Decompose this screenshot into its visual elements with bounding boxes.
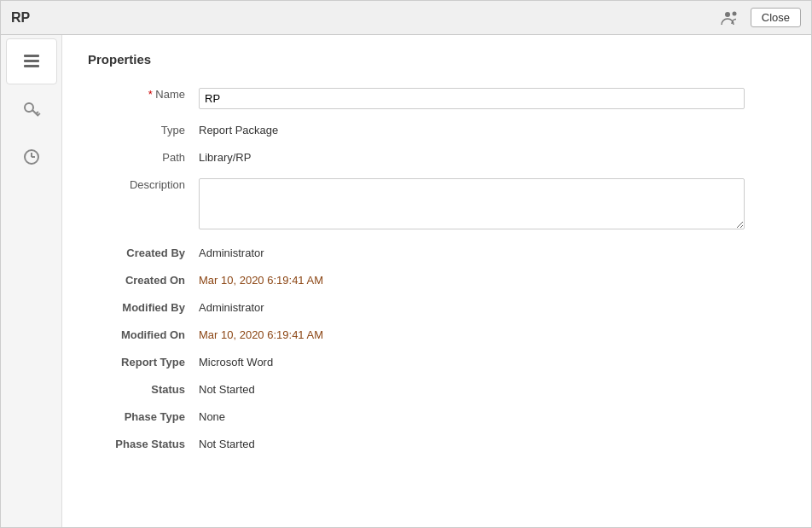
status-row: Status Not Started (88, 379, 786, 396)
phase-type-row: Phase Type None (88, 406, 786, 423)
path-row: Path Library/RP (88, 147, 786, 164)
path-value: Library/RP (199, 147, 786, 164)
app-header: RP Close (1, 1, 811, 35)
name-field-container (199, 84, 786, 109)
svg-line-8 (38, 113, 40, 115)
created-by-row: Created By Administrator (88, 242, 786, 259)
path-label: Path (88, 147, 199, 164)
created-on-row: Created On Mar 10, 2020 6:19:41 AM (88, 270, 786, 287)
svg-rect-4 (24, 65, 39, 67)
description-field-container (199, 174, 786, 232)
created-on-label: Created On (88, 270, 199, 287)
close-button[interactable]: Close (751, 8, 801, 27)
main-layout: Properties Name Type Report Package Path… (1, 35, 811, 527)
name-row: Name (88, 84, 786, 109)
modified-by-label: Modified By (88, 297, 199, 314)
modified-by-value: Administrator (199, 297, 786, 314)
report-type-row: Report Type Microsoft Word (88, 351, 786, 368)
description-row: Description (88, 174, 786, 232)
page-title: Properties (88, 52, 786, 67)
name-label: Name (88, 84, 199, 101)
modified-on-value: Mar 10, 2020 6:19:41 AM (199, 324, 786, 341)
sidebar-item-properties[interactable] (6, 38, 57, 84)
phase-type-value: None (199, 406, 786, 423)
modified-on-label: Modified On (88, 324, 199, 341)
modified-by-row: Modified By Administrator (88, 297, 786, 314)
phase-status-value: Not Started (199, 433, 786, 450)
phase-status-label: Phase Status (88, 433, 199, 450)
created-by-label: Created By (88, 242, 199, 259)
status-value: Not Started (199, 379, 786, 396)
type-value: Report Package (199, 119, 786, 136)
user-icon[interactable] (718, 6, 742, 30)
svg-rect-3 (24, 60, 39, 62)
modified-on-row: Modified On Mar 10, 2020 6:19:41 AM (88, 324, 786, 341)
created-by-value: Administrator (199, 242, 786, 259)
sidebar (1, 35, 62, 527)
created-on-value: Mar 10, 2020 6:19:41 AM (199, 270, 786, 287)
svg-line-7 (36, 112, 38, 113)
report-type-value: Microsoft Word (199, 351, 786, 368)
content-area: Properties Name Type Report Package Path… (62, 35, 811, 527)
type-label: Type (88, 119, 199, 136)
description-label: Description (88, 174, 199, 191)
type-row: Type Report Package (88, 119, 786, 136)
sidebar-item-history[interactable] (6, 134, 57, 180)
description-textarea[interactable] (199, 178, 745, 229)
app-title: RP (11, 10, 30, 26)
report-type-label: Report Type (88, 351, 199, 368)
sidebar-item-permissions[interactable] (6, 86, 57, 132)
phase-type-label: Phase Type (88, 406, 199, 423)
svg-point-0 (725, 12, 730, 17)
svg-rect-2 (24, 55, 39, 57)
svg-point-1 (732, 11, 736, 15)
name-input[interactable] (199, 88, 745, 109)
phase-status-row: Phase Status Not Started (88, 433, 786, 450)
header-actions: Close (718, 6, 801, 30)
status-label: Status (88, 379, 199, 396)
